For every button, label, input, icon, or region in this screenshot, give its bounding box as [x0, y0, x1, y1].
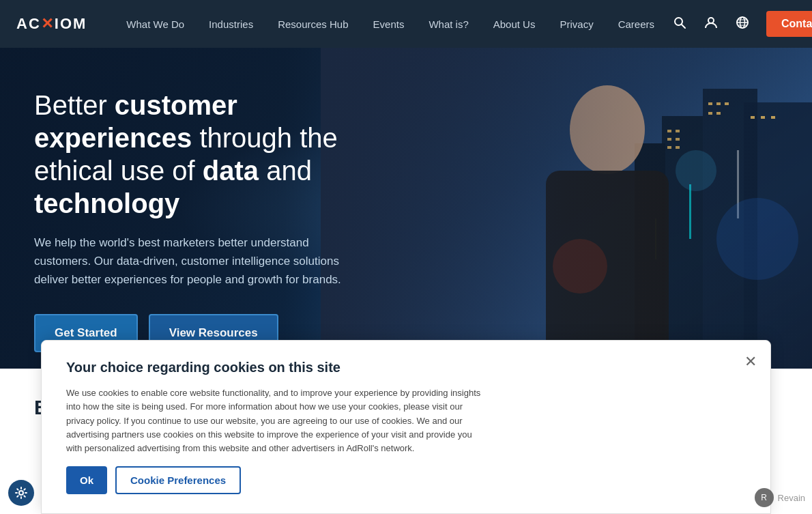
cookie-title: Your choice regarding cookies on this si…: [66, 360, 746, 375]
logo-text: AC✕IOM: [16, 15, 87, 33]
logo[interactable]: AC✕IOM: [16, 15, 87, 33]
cookie-close-button[interactable]: ✕: [744, 354, 757, 369]
hero-title-text: Better: [34, 90, 115, 120]
nav-about-us[interactable]: About Us: [481, 0, 548, 48]
user-button[interactable]: [698, 11, 724, 37]
user-icon: [704, 16, 718, 33]
hero-title-bold3: technology: [34, 188, 179, 218]
svg-point-2: [708, 18, 714, 23]
hero-image: [321, 48, 812, 369]
nav-events[interactable]: Events: [361, 0, 417, 48]
search-icon: [673, 16, 686, 33]
cookie-banner: Your choice regarding cookies on this si…: [41, 340, 771, 494]
nav-actions: Contact Us: [667, 11, 812, 37]
revain-label: Revain: [778, 493, 805, 494]
cookie-ok-button[interactable]: Ok: [66, 466, 107, 494]
svg-point-36: [19, 491, 23, 494]
svg-point-33: [553, 239, 607, 294]
search-button[interactable]: [667, 11, 693, 37]
hero-title: Better customer experiences through the …: [34, 89, 348, 220]
nav-links: What We Do Industries Resources Hub Even…: [114, 0, 667, 48]
hero-title-bold2: data: [203, 156, 259, 186]
nav-what-we-do[interactable]: What We Do: [114, 0, 197, 48]
svg-point-35: [676, 150, 716, 191]
logo-x: ✕: [41, 15, 55, 32]
nav-privacy[interactable]: Privacy: [547, 0, 605, 48]
globe-button[interactable]: [729, 11, 755, 37]
nav-resources-hub[interactable]: Resources Hub: [265, 0, 360, 48]
nav-industries[interactable]: Industries: [197, 0, 265, 48]
navbar: AC✕IOM What We Do Industries Resources H…: [0, 0, 812, 48]
close-icon: ✕: [744, 353, 757, 370]
hero-title-normal3: and: [259, 156, 312, 186]
cookie-text: We use cookies to enable core website fu…: [66, 386, 489, 455]
svg-point-34: [716, 198, 798, 280]
contact-us-button[interactable]: Contact Us: [766, 11, 812, 37]
svg-line-1: [682, 25, 685, 28]
hero-description: We help the world's best marketers bette…: [34, 233, 348, 289]
revain-badge: R Revain: [755, 488, 805, 494]
hero-section: Better customer experiences through the …: [0, 48, 812, 369]
revain-icon: R: [755, 488, 774, 494]
cookie-preferences-button[interactable]: Cookie Preferences: [115, 466, 241, 494]
cookie-actions: Ok Cookie Preferences: [66, 466, 746, 494]
nav-what-is[interactable]: What is?: [416, 0, 480, 48]
hero-content: Better customer experiences through the …: [0, 48, 382, 369]
globe-icon: [736, 16, 749, 33]
nav-careers[interactable]: Careers: [606, 0, 667, 48]
